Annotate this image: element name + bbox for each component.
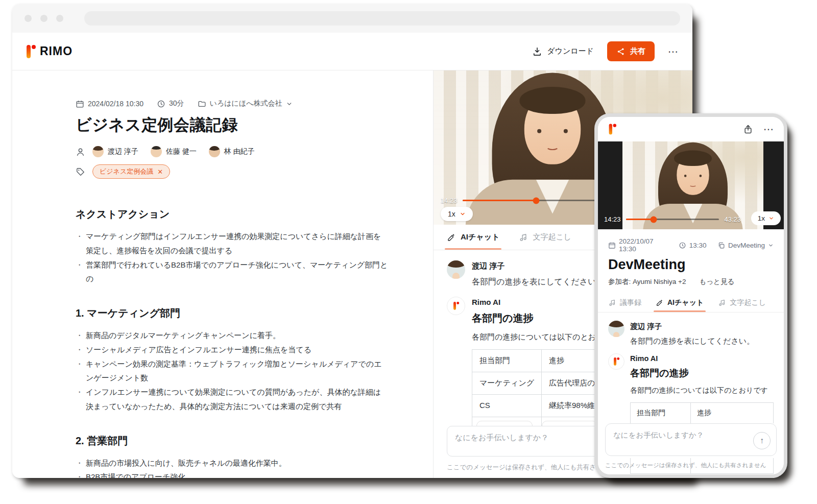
tab-ai-chat[interactable]: AIチャット [656, 293, 704, 312]
more-menu-button[interactable]: ⋯ [668, 45, 679, 58]
message-text: 各部門の進捗を表にしてください。 [630, 335, 774, 347]
user-message: 渡辺 淳子 各部門の進捗を表にしてください。 [608, 321, 774, 347]
mobile-app-window: ⋯ 14:23 43:23 [594, 113, 787, 478]
folder-icon [198, 100, 206, 108]
copy-icon [717, 242, 725, 249]
participant: 佐藤 健一 [151, 146, 197, 157]
section-heading: 1. マーケティング部門 [76, 306, 388, 320]
participant: 林 由紀子 [209, 146, 255, 157]
bullet-item: 新商品の市場投入に向け、販売チャネルの最適化作業中。 [76, 456, 388, 470]
tab-minutes[interactable]: 議事録 [608, 293, 641, 312]
progress-handle[interactable] [651, 216, 657, 223]
table-header-cell: 担当部門 [472, 349, 542, 372]
ios-share-icon[interactable] [743, 124, 753, 134]
rimo-logo-icon [453, 301, 459, 310]
chat-input[interactable] [605, 423, 777, 456]
music-note-icon [519, 233, 528, 242]
table-header-cell: 進捗 [691, 403, 774, 424]
ai-chat-thread: 渡辺 淳子 各部門の進捗を表にしてください。 Rimo AI 各部門の進捗 各部… [598, 313, 784, 474]
share-icon [616, 47, 626, 56]
music-note-icon [608, 299, 616, 307]
bullet-item: 新商品のデジタルマーケティングキャンペーンに着手。 [76, 328, 388, 343]
section-heading: 2. 営業部門 [76, 434, 388, 448]
page: RIMO ダウンロード 共有 ⋯ 2024/0 [0, 0, 817, 504]
rimo-ai-avatar [608, 353, 624, 370]
mobile-tabs: 議事録 AIチャット 文字起こし [598, 293, 784, 313]
rimo-logo-icon [26, 44, 36, 59]
window-zoom-button[interactable] [56, 15, 63, 22]
tag-icon [76, 167, 85, 177]
table-header-cell: 担当部門 [631, 403, 691, 424]
message-author: 渡辺 淳子 [630, 321, 774, 331]
section-bullets: 新商品の市場投入に向け、販売チャネルの最適化作業中。 B2B市場でのアプローチ強… [76, 456, 388, 478]
browser-url-bar[interactable] [84, 11, 680, 26]
meeting-date: 2024/02/18 10:30 [76, 100, 143, 108]
rimo-logo-icon[interactable] [608, 123, 616, 135]
chevron-down-icon [768, 215, 774, 221]
brand-wordmark: RIMO [40, 44, 73, 58]
bullet-item: ソーシャルメディア広告とインフルエンサー連携に焦点を当てる [76, 343, 388, 357]
download-label: ダウンロード [547, 46, 594, 56]
progress-handle[interactable] [533, 197, 539, 204]
rimo-logo[interactable]: RIMO [26, 44, 73, 59]
more-menu-button[interactable]: ⋯ [763, 123, 775, 135]
participants-row: 渡辺 淳子 佐藤 健一 林 由紀子 [76, 146, 388, 157]
calendar-icon [608, 242, 616, 249]
window-close-button[interactable] [25, 15, 32, 22]
tab-transcript[interactable]: 文字起こし [519, 225, 571, 250]
bullet-item: キャンペーン効果の測定基準：ウェブトラフィック増加とソーシャルメディアでのエンゲ… [76, 357, 388, 386]
playback-total-time: 43:23 [724, 215, 741, 223]
see-more-link[interactable]: もっと見る [699, 277, 734, 286]
music-note-icon [718, 299, 726, 307]
ai-answer-text: 各部門の進捗については以下のとおりです [630, 386, 774, 395]
window-minimize-button[interactable] [40, 15, 47, 22]
avatar [608, 321, 624, 337]
privacy-note: ここでのメッセージは保存されず、他人にも共有されません [605, 462, 777, 469]
download-button[interactable]: ダウンロード [532, 46, 594, 57]
playback-speed-button[interactable]: 1x [751, 211, 781, 225]
share-button[interactable]: 共有 [607, 41, 655, 61]
calendar-icon [76, 100, 84, 108]
browser-chrome [12, 4, 692, 33]
chevron-down-icon [460, 211, 466, 217]
section-heading: ネクストアクション [76, 207, 388, 221]
meeting-duration: 30分 [157, 99, 184, 108]
bullet-item: インフルエンサー連携について効果測定についての質問があったが、具体的な詳細は決ま… [76, 385, 388, 414]
tab-transcript[interactable]: 文字起こし [718, 293, 766, 312]
participants-summary: 参加者: Ayumi Nishiya +2 [608, 277, 686, 286]
send-button[interactable]: ↑ [753, 432, 771, 449]
chat-input-area: ↑ ここでのメッセージは保存されず、他人にも共有されません [605, 423, 777, 469]
progress-bar[interactable] [626, 219, 719, 220]
mobile-video-player[interactable]: 14:23 43:23 1x [598, 141, 784, 229]
avatar [151, 146, 162, 157]
bullet-item: 営業部門で行われているB2B市場でのアプローチ強化について、マーケティング部門と… [76, 258, 388, 286]
playback-speed-button[interactable]: 1x [441, 207, 473, 221]
bullet-item: B2B市場でのアプローチ強化。 [76, 470, 388, 478]
meeting-tag[interactable]: ビジネス定例会議 ✕ [92, 164, 170, 179]
page-title: ビジネス定例会議記録 [76, 114, 388, 136]
share-label: 共有 [630, 46, 645, 56]
section-bullets: マーケティング部門はインフルエンサー連携の効果測定についてさらに詳細な計画を策定… [76, 229, 388, 286]
rimo-logo-icon [613, 357, 619, 367]
avatar [92, 146, 104, 157]
tag-remove-icon[interactable]: ✕ [157, 168, 163, 176]
chevron-down-icon [768, 243, 774, 248]
participant: 渡辺 淳子 [92, 146, 138, 157]
avatar [209, 146, 220, 157]
bullet-item: マーケティング部門はインフルエンサー連携の効果測定についてさらに詳細な計画を策定… [76, 229, 388, 258]
avatar [447, 260, 465, 279]
rimo-ai-avatar [447, 297, 465, 315]
clock-icon [679, 242, 686, 249]
desktop-browser-window: RIMO ダウンロード 共有 ⋯ 2024/0 [12, 4, 692, 478]
folder-selector[interactable]: いろはにほへ株式会社 [198, 99, 293, 108]
playback-current-time: 14:23 [604, 215, 621, 223]
folder-selector[interactable]: DevMeeting [717, 242, 774, 249]
clock-icon [157, 100, 165, 108]
tab-ai-chat[interactable]: AIチャット [447, 225, 499, 250]
message-author: Rimo AI [630, 353, 774, 363]
playback-current-time: 14:23 [441, 197, 458, 204]
page-title: DevMeeting [598, 257, 784, 273]
section-bullets: 新商品のデジタルマーケティングキャンペーンに着手。 ソーシャルメディア広告とイン… [76, 328, 388, 414]
app-header: RIMO ダウンロード 共有 ⋯ [12, 33, 692, 70]
mobile-top-bar: ⋯ [598, 117, 784, 141]
